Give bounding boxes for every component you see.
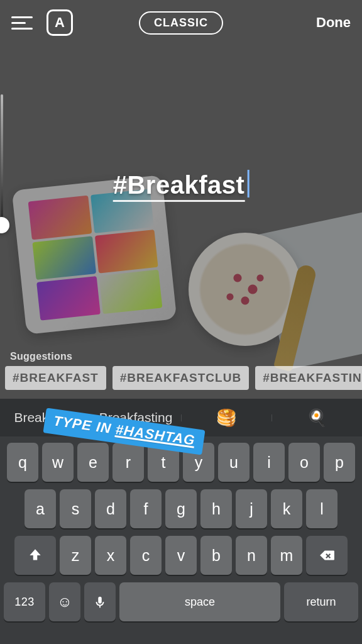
key-return[interactable]: return xyxy=(284,582,358,621)
color-slider-track[interactable] xyxy=(1,94,3,230)
typed-text-value: #Breakfast xyxy=(113,171,245,202)
font-picker-button[interactable]: A xyxy=(47,9,73,36)
hashtag-suggestion[interactable]: #BREAKFAST xyxy=(5,366,106,390)
key-n[interactable]: n xyxy=(236,536,267,575)
key-w[interactable]: w xyxy=(42,443,74,482)
key-m[interactable]: m xyxy=(271,536,302,575)
typed-hashtag-text[interactable]: #Breakfast xyxy=(113,170,250,199)
predictive-emoji[interactable]: 🍳 xyxy=(272,408,362,428)
key-e[interactable]: e xyxy=(77,443,109,482)
predictive-emoji[interactable]: 🥞 xyxy=(181,408,272,428)
key-a[interactable]: a xyxy=(25,489,56,528)
key-dictation[interactable] xyxy=(84,582,116,621)
backspace-icon xyxy=(319,547,335,564)
key-g[interactable]: g xyxy=(165,489,197,528)
key-p[interactable]: p xyxy=(324,443,355,482)
keyboard-row-2: a s d f g h j k l xyxy=(4,489,358,528)
key-emoji[interactable]: ☺ xyxy=(49,582,80,621)
hashtag-suggestion[interactable]: #BREAKFASTINB xyxy=(255,366,362,390)
key-k[interactable]: k xyxy=(271,489,302,528)
key-c[interactable]: c xyxy=(130,536,162,575)
hashtag-suggestions-row: #BREAKFAST #BREAKFASTCLUB #BREAKFASTINB xyxy=(5,366,362,390)
key-i[interactable]: i xyxy=(253,443,285,482)
key-b[interactable]: b xyxy=(200,536,232,575)
ios-keyboard: q w e r t y u i o p a s d f g h j k l z … xyxy=(0,436,362,644)
done-button[interactable]: Done xyxy=(316,14,351,31)
text-align-button[interactable] xyxy=(11,11,35,35)
keyboard-row-3: z x c v b n m xyxy=(4,536,358,575)
hashtag-suggestion[interactable]: #BREAKFASTCLUB xyxy=(112,366,249,390)
key-backspace[interactable] xyxy=(306,536,348,575)
suggestions-label: Suggestions xyxy=(10,351,72,362)
key-x[interactable]: x xyxy=(95,536,126,575)
shift-icon xyxy=(27,547,43,564)
key-d[interactable]: d xyxy=(95,489,126,528)
key-space[interactable]: space xyxy=(119,582,280,621)
key-l[interactable]: l xyxy=(306,489,337,528)
key-o[interactable]: o xyxy=(288,443,320,482)
key-numbers[interactable]: 123 xyxy=(4,582,45,621)
key-j[interactable]: j xyxy=(236,489,267,528)
key-s[interactable]: s xyxy=(60,489,91,528)
editor-header: A CLASSIC Done xyxy=(0,0,362,45)
keyboard-row-bottom: 123 ☺ space return xyxy=(4,582,358,621)
key-shift[interactable] xyxy=(14,536,56,575)
key-u[interactable]: u xyxy=(218,443,250,482)
text-cursor xyxy=(247,170,249,197)
key-r[interactable]: r xyxy=(112,443,144,482)
key-z[interactable]: z xyxy=(60,536,91,575)
key-f[interactable]: f xyxy=(130,489,162,528)
key-h[interactable]: h xyxy=(200,489,232,528)
text-style-button[interactable]: CLASSIC xyxy=(139,11,223,35)
mic-icon xyxy=(93,594,107,610)
key-q[interactable]: q xyxy=(7,443,38,482)
key-v[interactable]: v xyxy=(165,536,197,575)
